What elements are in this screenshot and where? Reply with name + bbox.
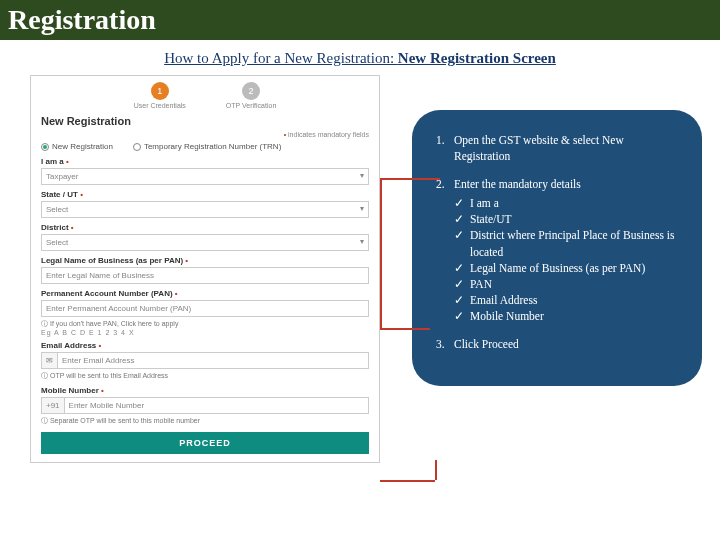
connector-line [380,480,435,482]
iam-select[interactable]: Taxpayer [41,168,369,185]
mobile-helper: ⓘ Separate OTP will be sent to this mobi… [41,416,369,426]
connector-line [380,328,430,330]
step-1-circle: 1 [151,82,169,100]
instruction-step-2: 2. Enter the mandatory details ✓I am a ✓… [436,176,680,324]
field-legal-name: Legal Name of Business (as per PAN) • En… [41,256,369,284]
subtitle-part1: How to Apply for a New Registration: [164,50,398,66]
connector-line [380,178,440,180]
stepper: 1 User Credentials 2 OTP Verification [41,82,369,109]
pan-sample: Eg A B C D E 1 2 3 4 X [41,329,369,336]
subtitle-part2: New Registration Screen [398,50,556,66]
district-select[interactable]: Select [41,234,369,251]
radio-unchecked-icon [133,143,141,151]
mobile-prefix: +91 [41,397,64,414]
step-2-circle: 2 [242,82,260,100]
radio-new-registration[interactable]: New Registration [41,142,113,151]
connector-line [435,460,437,480]
page-title: Registration [8,4,712,36]
mobile-input[interactable]: Enter Mobile Number [64,397,369,414]
email-icon: ✉ [41,352,57,369]
instructions-callout: 1. Open the GST website & select New Reg… [412,110,702,386]
field-district: District • Select [41,223,369,251]
registration-form-panel: 1 User Credentials 2 OTP Verification Ne… [30,75,380,463]
field-state: State / UT • Select [41,190,369,218]
connector-line [380,178,382,328]
proceed-button[interactable]: PROCEED [41,432,369,454]
step-1-label: User Credentials [134,102,186,109]
registration-type-radio-group: New Registration Temporary Registration … [41,142,369,151]
form-heading: New Registration [41,115,369,127]
subtitle: How to Apply for a New Registration: New… [0,50,720,67]
mandatory-note: • indicates mandatory fields [41,131,369,138]
mandatory-checklist: ✓I am a ✓State/UT ✓District where Princi… [454,195,680,324]
radio-checked-icon [41,143,49,151]
state-select[interactable]: Select [41,201,369,218]
step-1: 1 User Credentials [134,82,186,109]
title-bar: Registration [0,0,720,40]
field-email: Email Address • ✉ Enter Email Address ⓘ … [41,341,369,381]
step-2: 2 OTP Verification [226,82,276,109]
field-iam: I am a • Taxpayer [41,157,369,185]
step-2-label: OTP Verification [226,102,276,109]
pan-helper: ⓘ If you don't have PAN, Click here to a… [41,319,369,329]
instruction-step-3: 3. Click Proceed [436,336,680,352]
field-pan: Permanent Account Number (PAN) • Enter P… [41,289,369,336]
email-input[interactable]: Enter Email Address [57,352,369,369]
instruction-step-1: 1. Open the GST website & select New Reg… [436,132,680,164]
radio-trn[interactable]: Temporary Registration Number (TRN) [133,142,281,151]
email-helper: ⓘ OTP will be sent to this Email Address [41,371,369,381]
field-mobile: Mobile Number • +91 Enter Mobile Number … [41,386,369,426]
legal-name-input[interactable]: Enter Legal Name of Business [41,267,369,284]
pan-input[interactable]: Enter Permanent Account Number (PAN) [41,300,369,317]
